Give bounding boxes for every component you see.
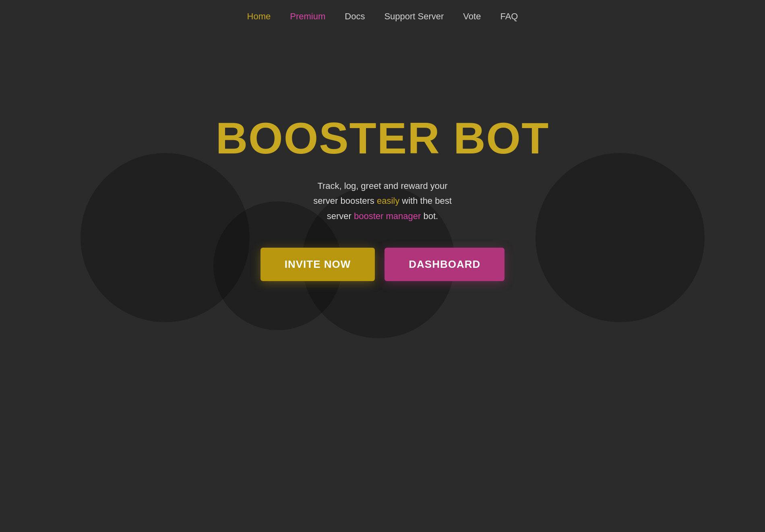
- main-nav: Home Premium Docs Support Server Vote FA…: [0, 0, 765, 33]
- nav-docs[interactable]: Docs: [345, 11, 365, 22]
- hero-subtitle: Track, log, greet and reward your server…: [313, 178, 452, 224]
- nav-premium[interactable]: Premium: [290, 11, 325, 22]
- cta-buttons: INVITE NOW DASHBOARD: [261, 248, 505, 281]
- invite-now-button[interactable]: INVITE NOW: [261, 248, 375, 281]
- nav-support-server[interactable]: Support Server: [384, 11, 444, 22]
- subtitle-line2-before: server boosters: [313, 196, 377, 206]
- subtitle-highlight-booster-manager: booster manager: [354, 211, 421, 221]
- subtitle-line1: Track, log, greet and reward your: [317, 181, 447, 191]
- dashboard-button[interactable]: DASHBOARD: [385, 248, 504, 281]
- subtitle-line3-after: bot.: [421, 211, 438, 221]
- nav-vote[interactable]: Vote: [463, 11, 481, 22]
- nav-home[interactable]: Home: [247, 11, 271, 22]
- subtitle-line3-before: server: [327, 211, 354, 221]
- subtitle-highlight-easily: easily: [377, 196, 399, 206]
- hero-section: BOOSTER BOT Track, log, greet and reward…: [0, 114, 765, 281]
- nav-faq[interactable]: FAQ: [500, 11, 518, 22]
- subtitle-line2-after: with the best: [399, 196, 452, 206]
- hero-title: BOOSTER BOT: [216, 114, 550, 162]
